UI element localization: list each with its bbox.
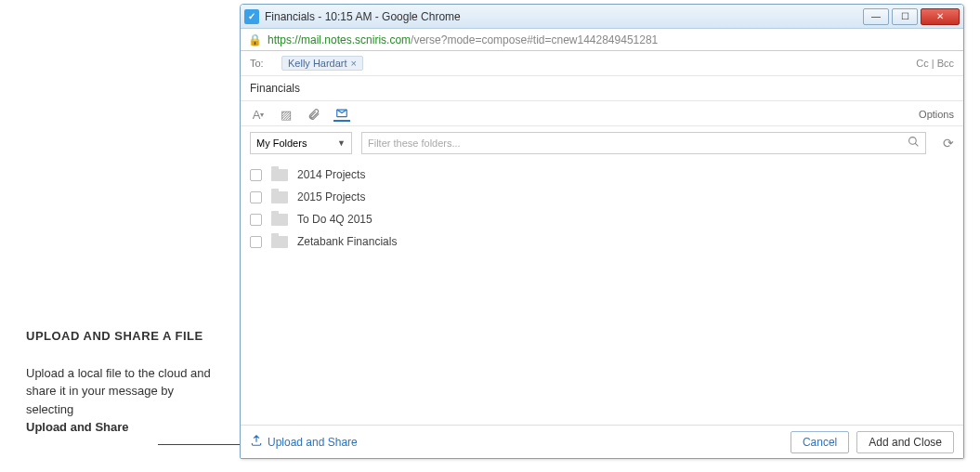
compose-area: To: Kelly Hardart × Cc | Bcc Financials … [241,51,963,253]
folder-list: 2014 Projects 2015 Projects To Do 4Q 201… [241,160,963,253]
svg-point-1 [909,138,917,145]
dropdown-label: My Folders [256,138,307,149]
folder-checkbox[interactable] [250,191,262,203]
svg-line-2 [915,143,918,146]
url-path: /verse?mode=compose#tid=cnew144284945128… [411,33,658,46]
folder-icon [271,214,288,226]
cc-bcc-link[interactable]: Cc | Bcc [916,58,954,69]
upload-icon [250,434,263,450]
folder-filter-bar: My Folders ▼ ⟳ [241,126,963,160]
folder-icon [271,191,288,203]
folder-name: To Do 4Q 2015 [297,213,372,226]
browser-window: ✓ Financials - 10:15 AM - Google Chrome … [240,4,964,459]
cloud-file-icon[interactable] [333,107,350,122]
folder-item[interactable]: To Do 4Q 2015 [250,208,954,230]
to-label: To: [250,58,281,69]
compose-toolbar: A▾ ▨ Options [241,101,963,126]
folder-item[interactable]: 2014 Projects [250,164,954,186]
folder-checkbox[interactable] [250,214,262,226]
lock-icon: 🔒 [248,33,262,46]
folder-name: 2014 Projects [297,168,365,181]
subject-text: Financials [250,82,300,95]
window-title: Financials - 10:15 AM - Google Chrome [265,10,863,23]
recipient-chip[interactable]: Kelly Hardart × [281,56,363,71]
instruction-action: Upload and Share [26,420,129,434]
recipient-name: Kelly Hardart [288,58,347,69]
filter-input-wrap [361,132,926,154]
cancel-button[interactable]: Cancel [791,431,849,453]
upload-share-link[interactable]: Upload and Share [250,434,358,450]
instruction-body: Upload a local file to the cloud and sha… [26,366,211,416]
attachment-icon[interactable] [306,107,322,122]
folder-checkbox[interactable] [250,236,262,248]
folder-dropdown[interactable]: My Folders ▼ [250,132,352,154]
window-controls: — ☐ ✕ [863,8,960,25]
folder-icon [271,169,288,181]
folder-name: Zetabank Financials [297,235,397,248]
folder-icon [271,236,288,248]
subject-row[interactable]: Financials [241,76,963,101]
title-bar: ✓ Financials - 10:15 AM - Google Chrome … [241,5,963,29]
search-icon[interactable] [908,136,920,151]
app-icon: ✓ [244,9,259,24]
url-scheme: https:// [268,33,301,46]
footer-buttons: Cancel Add and Close [791,431,954,453]
image-icon[interactable]: ▨ [278,107,294,122]
folder-item[interactable]: Zetabank Financials [250,230,954,253]
instruction-heading: UPLOAD AND SHARE A FILE [26,327,221,346]
callout-line [158,444,240,445]
minimize-button[interactable]: — [863,8,889,25]
folder-item[interactable]: 2015 Projects [250,186,954,208]
options-link[interactable]: Options [919,109,954,120]
folder-checkbox[interactable] [250,169,262,181]
instruction-panel: UPLOAD AND SHARE A FILE Upload a local f… [26,327,221,437]
to-row: To: Kelly Hardart × Cc | Bcc [241,51,963,76]
filter-input[interactable] [368,138,904,149]
maximize-button[interactable]: ☐ [892,8,918,25]
url-host: mail.notes.scniris.com [301,33,411,46]
refresh-icon[interactable]: ⟳ [943,136,954,151]
chevron-down-icon: ▼ [337,138,346,148]
folder-name: 2015 Projects [297,190,365,203]
text-format-icon[interactable]: A▾ [250,107,267,122]
upload-share-label: Upload and Share [268,436,358,449]
address-bar[interactable]: 🔒 https://mail.notes.scniris.com/verse?m… [241,29,963,51]
url-text: https://mail.notes.scniris.com/verse?mod… [268,33,658,46]
add-close-button[interactable]: Add and Close [856,431,954,453]
remove-recipient-icon[interactable]: × [351,58,357,69]
close-button[interactable]: ✕ [921,8,960,25]
footer-bar: Upload and Share Cancel Add and Close [241,425,963,458]
